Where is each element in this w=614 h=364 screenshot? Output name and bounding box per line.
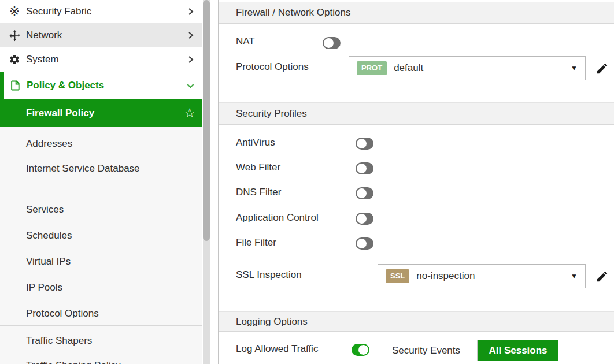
sidebar-submenu: Addresses Internet Service Database Serv… — [0, 127, 202, 364]
web-filter-toggle[interactable] — [356, 162, 373, 174]
sidebar-item-label: Firewall Policy — [26, 107, 94, 119]
sidebar-item-firewall-policy[interactable]: Firewall Policy ☆ — [0, 99, 202, 127]
sidebar-item-label: Network — [26, 29, 62, 41]
file-filter-label: File Filter — [236, 237, 276, 248]
section-header-security-profiles: Security Profiles — [219, 102, 614, 125]
all-sessions-button[interactable]: All Sessions — [478, 340, 558, 361]
chevron-right-icon — [187, 31, 195, 39]
application-control-toggle[interactable] — [356, 213, 373, 225]
sidebar: ※ Security Fabric Network System Policy … — [0, 0, 202, 364]
web-filter-label: Web Filter — [236, 162, 280, 173]
sidebar-item-virtual-ips[interactable]: Virtual IPs — [26, 254, 162, 269]
sidebar-item-label: Policy & Objects — [27, 80, 104, 91]
nat-toggle[interactable] — [323, 37, 341, 49]
sidebar-item-network[interactable]: Network — [0, 23, 202, 47]
sidebar-item-addresses[interactable]: Addresses — [26, 136, 162, 151]
chevron-right-icon — [187, 55, 195, 64]
sidebar-item-traffic-shapers[interactable]: Traffic Shapers — [26, 333, 162, 348]
sidebar-item-internet-service-database[interactable]: Internet Service Database — [26, 161, 162, 176]
toggle-knob — [358, 345, 368, 355]
log-allowed-traffic-toggle[interactable] — [352, 344, 369, 356]
gear-icon — [7, 54, 22, 65]
sidebar-divider — [0, 325, 202, 326]
sidebar-item-security-fabric[interactable]: ※ Security Fabric — [0, 0, 202, 23]
section-header-logging-options: Logging Options — [219, 311, 614, 332]
protocol-options-value: default — [394, 62, 423, 74]
antivirus-toggle[interactable] — [356, 138, 373, 150]
dns-filter-toggle[interactable] — [356, 187, 373, 199]
toggle-knob — [357, 139, 367, 148]
move-arrows-icon — [7, 29, 22, 42]
policy-edit-pane: Firewall / Network Options NAT Protocol … — [219, 0, 614, 364]
security-events-button[interactable]: Security Events — [375, 340, 478, 361]
ssl-badge: SSL — [386, 269, 409, 283]
edit-ssl-inspection-button[interactable] — [595, 270, 609, 283]
application-control-label: Application Control — [236, 212, 319, 224]
chevron-down-icon: ▼ — [571, 64, 578, 72]
ssl-inspection-label: SSL Inspection — [236, 269, 302, 281]
sidebar-item-protocol-options[interactable]: Protocol Options — [26, 306, 162, 321]
sidebar-item-policy-objects[interactable]: Policy & Objects — [0, 72, 202, 99]
protocol-options-label: Protocol Options — [236, 61, 309, 73]
section-title: Logging Options — [236, 316, 308, 328]
file-filter-toggle[interactable] — [356, 237, 373, 250]
sidebar-item-schedules[interactable]: Schedules — [26, 228, 162, 243]
prot-badge: PROT — [357, 61, 387, 75]
star-icon[interactable]: ☆ — [184, 107, 195, 120]
log-allowed-traffic-label: Log Allowed Traffic — [236, 343, 318, 355]
sidebar-item-services[interactable]: Services — [26, 202, 162, 217]
ssl-inspection-select[interactable]: SSL no-inspection ▼ — [378, 264, 586, 288]
chevron-down-icon: ▼ — [571, 272, 578, 280]
toggle-knob — [357, 239, 367, 248]
toggle-knob — [357, 164, 367, 173]
sidebar-item-traffic-shaping-policy[interactable]: Traffic Shaping Policy — [26, 358, 162, 364]
document-icon — [8, 80, 23, 91]
section-title: Security Profiles — [236, 108, 307, 120]
sidebar-item-label: Security Fabric — [26, 6, 91, 17]
nat-label: NAT — [236, 36, 255, 47]
chevron-right-icon — [187, 8, 195, 16]
section-header-firewall-network-options: Firewall / Network Options — [219, 2, 614, 24]
edit-protocol-options-button[interactable] — [595, 62, 609, 75]
toggle-knob — [357, 214, 367, 224]
ssl-inspection-value: no-inspection — [416, 270, 475, 282]
protocol-options-select[interactable]: PROT default ▼ — [349, 56, 586, 80]
sidebar-item-label: System — [26, 54, 59, 65]
toggle-knob — [357, 188, 367, 198]
section-title: Firewall / Network Options — [236, 7, 350, 18]
sidebar-scrollbar-thumb[interactable] — [203, 0, 210, 241]
security-fabric-icon: ※ — [7, 5, 22, 18]
dns-filter-label: DNS Filter — [236, 187, 281, 198]
sidebar-item-system[interactable]: System — [0, 47, 202, 72]
chevron-down-icon — [186, 81, 195, 90]
antivirus-label: AntiVirus — [236, 137, 275, 148]
sidebar-item-ip-pools[interactable]: IP Pools — [26, 280, 162, 295]
toggle-knob — [324, 38, 334, 48]
